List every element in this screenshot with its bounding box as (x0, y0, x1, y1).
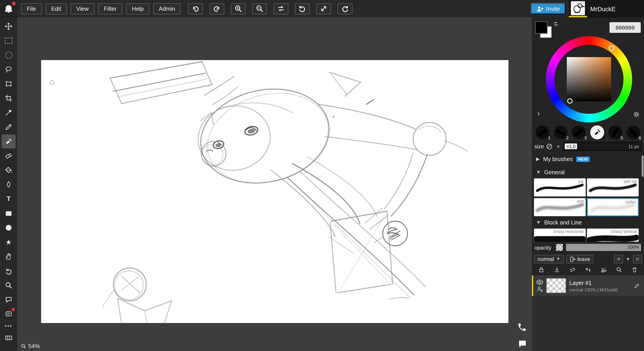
zoom-in-button[interactable] (231, 3, 246, 14)
app-logo[interactable] (0, 0, 17, 17)
fill-tool[interactable] (2, 163, 16, 177)
ellipsis-icon: ••• (5, 323, 12, 328)
redo-button[interactable] (210, 3, 224, 14)
delete-layer-button[interactable] (629, 265, 640, 274)
zoom-indicator[interactable]: 54% (20, 343, 40, 349)
transparency-checker-icon[interactable] (556, 244, 563, 251)
size-multiplier[interactable]: ×1.0 (565, 143, 577, 149)
comment-tool[interactable] (2, 292, 16, 306)
swap-colors-button[interactable] (552, 21, 559, 27)
sv-selector-dot[interactable] (567, 98, 572, 104)
zoom-tool[interactable] (2, 278, 16, 292)
text-tool[interactable]: T (2, 192, 16, 206)
rename-layer-button[interactable] (634, 282, 640, 289)
rotate-ccw-button[interactable] (295, 3, 310, 14)
color-settings-button[interactable] (633, 111, 640, 118)
lock-layer-button[interactable] (536, 265, 547, 274)
block-line-section-header[interactable]: ▼ Block and Line (532, 217, 644, 228)
add-layer-button[interactable] (582, 265, 594, 274)
hex-color-input[interactable] (610, 22, 641, 33)
layer-options-caret[interactable]: ▼ (625, 255, 631, 263)
fullscreen-button[interactable] (316, 3, 331, 14)
lasso-tool[interactable] (2, 63, 16, 76)
menu-file[interactable]: File (21, 3, 42, 14)
collapse-panel-button[interactable]: › (537, 109, 540, 117)
user-avatar-wrap[interactable] (569, 0, 587, 17)
timeline-tool[interactable] (2, 331, 16, 345)
star-icon: ★ (6, 239, 12, 245)
animation-tool[interactable] (2, 307, 16, 321)
user-area[interactable]: MrDuckE (569, 0, 644, 17)
menu-edit[interactable]: Edit (46, 3, 67, 14)
transform-tool[interactable] (2, 77, 16, 91)
lasso-icon (4, 65, 13, 74)
clear-layer-button[interactable] (567, 265, 578, 274)
brush-tool[interactable] (2, 134, 16, 148)
layer-visibility-toggle[interactable] (536, 279, 544, 285)
voice-call-button[interactable] (517, 322, 527, 332)
move-tool[interactable] (2, 19, 16, 33)
merge-down-button[interactable] (598, 265, 609, 274)
preset-ink[interactable]: ink (534, 178, 586, 196)
brush-slot-3[interactable]: 3 (570, 124, 587, 141)
duplicate-layer-button[interactable] (614, 255, 623, 263)
preset-soft-ink[interactable]: soft ink (587, 178, 639, 196)
my-brushes-header[interactable]: ▶ My brushes NEW (532, 154, 644, 164)
menu-help[interactable]: Help (126, 3, 149, 14)
primary-color-swatch[interactable] (535, 21, 548, 34)
pencil-tool[interactable] (2, 120, 16, 134)
invite-button[interactable]: Invite (530, 3, 566, 14)
panel-scrollbar-thumb[interactable] (642, 155, 644, 177)
eyedropper-tool[interactable] (2, 106, 16, 120)
brush-slot-4-selected[interactable]: 4 (589, 124, 605, 141)
flip-canvas-button[interactable] (274, 3, 288, 14)
smudge-tool[interactable] (2, 178, 16, 192)
saturation-value-box[interactable] (567, 57, 611, 102)
crop-tool[interactable] (2, 91, 16, 105)
hue-selector-dot[interactable] (609, 45, 614, 51)
eraser-tool[interactable] (2, 149, 16, 163)
layer-user-visibility-toggle[interactable] (536, 286, 543, 292)
general-section-header[interactable]: ▼ General (532, 167, 644, 178)
layer-row[interactable]: Layer #1 normal 100% | MrDuckE (532, 275, 644, 296)
more-tools[interactable]: ••• (2, 321, 16, 330)
layer-thumbnail[interactable] (546, 278, 566, 293)
chat-button[interactable] (518, 339, 527, 348)
star-shape-tool[interactable]: ★ (2, 235, 16, 249)
canvas-viewport[interactable]: 54% (17, 17, 532, 351)
reset-rotation-button[interactable] (338, 3, 352, 14)
hand-tool[interactable] (2, 249, 16, 263)
blend-mode-dropdown[interactable]: normal ▼ (534, 255, 564, 263)
rectangle-shape-tool[interactable] (2, 206, 16, 220)
preset-softer-selected[interactable]: softer (587, 198, 639, 216)
preset-sharp-vertical[interactable]: Sharp Vertical (587, 228, 639, 242)
select-ellipse-tool[interactable] (2, 48, 16, 62)
menu-view[interactable]: View (70, 3, 94, 14)
brush-slot-2[interactable]: 2 (552, 124, 569, 141)
brush-slot-6[interactable]: 6 (625, 124, 641, 141)
preset-soft[interactable]: soft (534, 198, 586, 216)
undo-tool[interactable] (2, 264, 16, 278)
select-rectangle-tool[interactable] (2, 34, 16, 48)
pressure-toggle[interactable] (546, 143, 553, 150)
opacity-slider[interactable]: 100% (566, 243, 642, 251)
menu-filter[interactable]: Filter (98, 3, 122, 14)
zoom-out-button[interactable] (252, 3, 267, 14)
ellipse-shape-tool[interactable] (2, 221, 16, 234)
brush-slot-1[interactable]: 1 (534, 124, 551, 141)
user-color-bar (569, 16, 587, 18)
brush-slot-5[interactable]: 5 (607, 124, 623, 141)
find-layer-button[interactable] (613, 265, 625, 274)
clipping-mask-button[interactable] (551, 265, 562, 274)
clear-size-button[interactable]: × (555, 143, 562, 150)
user-avatar[interactable] (571, 1, 585, 15)
menu-admin[interactable]: Admin (153, 3, 181, 14)
leave-button[interactable]: leave (566, 255, 594, 263)
undo-button[interactable] (188, 3, 203, 14)
drawing-canvas[interactable] (41, 60, 508, 323)
preset-sharp-horizontal[interactable]: Sharp Horizontal (534, 228, 586, 242)
add-group-button[interactable] (633, 255, 642, 263)
eyedropper-icon (4, 108, 13, 117)
size-slider[interactable]: ×1.0 11 px (564, 142, 642, 151)
brush-icon (4, 137, 13, 146)
